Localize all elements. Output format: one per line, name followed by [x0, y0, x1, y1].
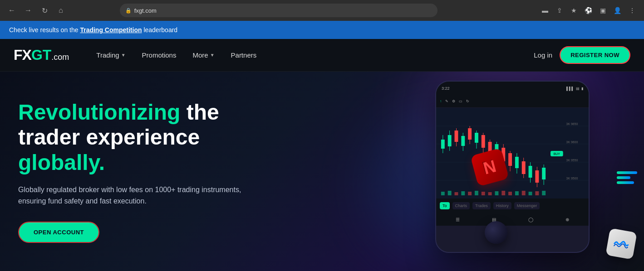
svg-text:3K 9500: 3K 9500: [566, 177, 578, 180]
floating-ball: [485, 221, 507, 244]
cube-n-letter: N: [482, 156, 499, 179]
svg-rect-54: [535, 191, 539, 195]
browser-toolbar-right: ▬ ⇪ ★ ⚽ ▣ 👤 ⋮: [539, 4, 639, 17]
login-button[interactable]: Log in: [534, 51, 552, 59]
url-text: fxgt.com: [134, 7, 157, 14]
nav-links: Trading ▼ Promotions More ▼ Partners: [96, 51, 534, 59]
svg-rect-46: [482, 192, 485, 195]
hero-section: Revolutionizing the trader experience gl…: [0, 72, 644, 271]
refresh-icon: ↻: [466, 99, 469, 103]
floating-lines-2: [617, 171, 637, 184]
more-chevron-icon: ▼: [210, 53, 215, 58]
expand-icon: ▭: [459, 99, 462, 103]
forward-button[interactable]: →: [22, 4, 34, 17]
svg-text:3K 9600: 3K 9600: [566, 140, 578, 144]
trading-competition-link[interactable]: Trading Competition: [80, 26, 142, 34]
navbar: FXGT.com Trading ▼ Promotions More ▼ Par…: [0, 39, 644, 72]
svg-rect-19: [475, 133, 478, 143]
menu-icon[interactable]: ⋮: [626, 4, 639, 17]
svg-rect-31: [515, 157, 519, 168]
svg-rect-13: [455, 131, 458, 142]
nav-promotions[interactable]: Promotions: [142, 51, 177, 59]
svg-rect-51: [515, 191, 519, 195]
svg-rect-45: [475, 191, 478, 195]
chart-svg: 3K 9650 3K 9600 3K 9550 3K 9500: [436, 108, 589, 198]
hero-content: Revolutionizing the trader experience gl…: [0, 86, 272, 256]
trading-chevron-icon: ▼: [121, 53, 126, 58]
svg-rect-44: [468, 192, 472, 195]
browser-chrome: ← → ↻ ⌂ 🔒 fxgt.com ▬ ⇪ ★ ⚽ ▣ 👤 ⋮: [0, 0, 644, 21]
svg-rect-37: [535, 170, 539, 183]
svg-rect-41: [448, 191, 452, 195]
signal-icon: ▌▌▌: [566, 87, 574, 91]
address-bar[interactable]: 🔒 fxgt.com: [120, 4, 438, 17]
cast-icon[interactable]: ▬: [539, 4, 551, 17]
svg-rect-33: [522, 161, 526, 174]
nav-right: Log in REGISTER NOW: [534, 46, 630, 64]
phone-nav-quotes: ☰: [456, 217, 460, 222]
phone-top-bar: 3:22 ▌▌▌ ▤ ▮: [436, 82, 589, 95]
svg-rect-47: [488, 192, 492, 195]
phone-bottom-nav: ☰ ▤ ◯ ⊕: [436, 213, 589, 226]
svg-rect-15: [461, 136, 465, 146]
svg-text:3K 9550: 3K 9550: [566, 159, 578, 162]
logo-fx: FX: [14, 47, 31, 63]
phone-time: 3:22: [442, 86, 450, 91]
svg-rect-40: [441, 192, 445, 195]
announcement-text: Check live results on the Trading Compet…: [9, 26, 177, 34]
reload-button[interactable]: ↻: [38, 4, 51, 17]
svg-rect-42: [455, 192, 458, 195]
nav-trading[interactable]: Trading ▼: [96, 51, 125, 59]
pencil-icon: ✎: [445, 99, 448, 103]
chart-bottom-tabs: To Charts Trades History Messenger: [436, 198, 589, 213]
svg-rect-55: [542, 191, 546, 195]
svg-rect-53: [529, 192, 532, 195]
line-c: [617, 181, 634, 184]
svg-rect-39: [542, 168, 546, 179]
svg-text:BUY: BUY: [554, 152, 560, 155]
meta-logo-svg: [611, 233, 632, 254]
battery-icon: ▮: [581, 87, 583, 91]
nav-more[interactable]: More ▼: [192, 51, 214, 59]
extensions-icon[interactable]: ⚽: [582, 4, 595, 17]
chart-toolbar: ↑ ✎ ⚙ ▭ ↻: [436, 95, 589, 108]
svg-rect-35: [529, 166, 532, 178]
chart-area: 3K 9650 3K 9600 3K 9550 3K 9500: [436, 108, 589, 198]
svg-rect-29: [508, 153, 512, 166]
open-account-button[interactable]: OPEN ACCOUNT: [18, 222, 99, 243]
nav-partners[interactable]: Partners: [231, 51, 257, 59]
chart-tab-to[interactable]: To: [440, 202, 450, 209]
svg-text:3K 9650: 3K 9650: [566, 122, 578, 126]
svg-rect-21: [482, 135, 485, 148]
lock-icon: 🔒: [125, 8, 132, 14]
chart-tab-messenger[interactable]: Messenger: [514, 202, 540, 209]
svg-rect-11: [448, 135, 452, 146]
hero-subtitle: Globally regulated broker with low fees …: [18, 184, 254, 207]
chart-tab-charts[interactable]: Charts: [452, 202, 470, 209]
phone-nav-trade: ⊕: [565, 217, 569, 222]
logo-gt: GT: [31, 47, 51, 63]
settings-icon: ⚙: [452, 99, 455, 103]
register-button[interactable]: REGISTER NOW: [560, 46, 630, 64]
announcement-bar: Check live results on the Trading Compet…: [0, 21, 644, 39]
logo[interactable]: FXGT.com: [14, 47, 69, 63]
bookmark-icon[interactable]: ★: [568, 4, 580, 17]
phone-mockup: 3:22 ▌▌▌ ▤ ▮ ↑ ✎ ⚙ ▭ ↻: [435, 81, 590, 253]
svg-rect-49: [501, 191, 505, 195]
logo-com: .com: [51, 53, 69, 62]
hero-visual: 3:22 ▌▌▌ ▤ ▮ ↑ ✎ ⚙ ▭ ↻: [290, 72, 644, 271]
chart-tab-trades[interactable]: Trades: [472, 202, 491, 209]
home-button[interactable]: ⌂: [54, 4, 67, 17]
wifi-icon: ▤: [576, 87, 580, 91]
back-button[interactable]: ←: [5, 4, 18, 17]
share-icon[interactable]: ⇪: [553, 4, 566, 17]
window-icon[interactable]: ▣: [597, 4, 610, 17]
svg-rect-43: [461, 191, 465, 195]
line-b: [617, 176, 630, 179]
chart-tab-history[interactable]: History: [493, 202, 511, 209]
phone-nav-home: ◯: [528, 217, 533, 222]
profile-icon[interactable]: 👤: [611, 4, 624, 17]
svg-rect-17: [468, 128, 472, 140]
svg-rect-9: [441, 140, 445, 149]
chart-icon: ↑: [440, 99, 442, 103]
